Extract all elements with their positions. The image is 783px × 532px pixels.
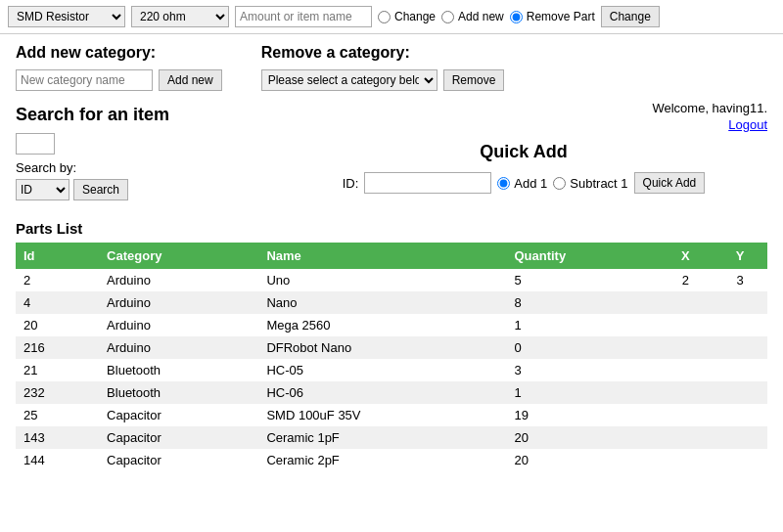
remove-category-title: Remove a category:	[261, 44, 505, 62]
cell-id: 216	[16, 336, 99, 359]
add-new-category-button[interactable]: Add new	[159, 69, 222, 91]
radio-subtract1-label: Subtract 1	[570, 176, 627, 191]
cell-quantity: 8	[506, 291, 658, 314]
parts-list-title: Parts List	[16, 220, 767, 237]
search-text-input[interactable]	[16, 133, 55, 155]
add-category-title: Add new category:	[16, 44, 222, 62]
cell-y	[713, 336, 767, 359]
remove-category-select[interactable]: Please select a category below	[261, 69, 438, 91]
radio-group-subtract1: Subtract 1	[553, 176, 627, 191]
cell-category: Bluetooth	[99, 359, 258, 381]
radio-add-new[interactable]	[441, 11, 454, 23]
cell-name: HC-06	[258, 381, 506, 404]
quick-add-id-input[interactable]	[364, 172, 491, 194]
col-x: X	[659, 243, 714, 269]
table-row: 25 Capacitor SMD 100uF 35V 19	[16, 404, 767, 426]
cell-name: Ceramic 2pF	[258, 449, 506, 471]
search-section: Search for an item Search by: ID Search	[16, 105, 260, 200]
cell-category: Capacitor	[99, 404, 258, 426]
col-name: Name	[258, 243, 506, 269]
id-label: ID:	[343, 176, 359, 191]
remove-category-form: Please select a category below Remove	[261, 69, 505, 91]
radio-subtract1[interactable]	[553, 177, 566, 190]
search-title: Search for an item	[16, 105, 260, 125]
cell-x	[659, 426, 714, 449]
cell-category: Arduino	[99, 269, 258, 291]
search-controls: ID Search	[16, 179, 260, 200]
welcome-text: Welcome, having11.	[652, 101, 767, 115]
cell-x	[659, 404, 714, 426]
cell-category: Bluetooth	[99, 381, 258, 404]
add-category-form: Add new	[16, 69, 222, 91]
logout-link[interactable]: Logout	[728, 117, 767, 132]
cell-id: 25	[16, 404, 99, 426]
search-by-select[interactable]: ID	[16, 179, 69, 200]
radio-change-label: Change	[394, 10, 436, 23]
cell-quantity: 1	[506, 314, 658, 336]
cell-name: Uno	[258, 269, 506, 291]
table-row: 4 Arduino Nano 8	[16, 291, 767, 314]
cell-y	[713, 359, 767, 381]
add-category-section: Add new category: Add new	[16, 44, 222, 91]
cell-y	[713, 314, 767, 336]
left-panel: Search for an item Search by: ID Search	[16, 101, 260, 200]
value-select[interactable]: 220 ohm	[131, 6, 229, 27]
table-row: 143 Capacitor Ceramic 1pF 20	[16, 426, 767, 449]
radio-change[interactable]	[378, 11, 391, 23]
cell-name: SMD 100uF 35V	[258, 404, 506, 426]
cell-y	[713, 449, 767, 471]
radio-group-add-new: Add new	[441, 10, 504, 23]
table-row: 21 Bluetooth HC-05 3	[16, 359, 767, 381]
category-select[interactable]: SMD Resistor	[8, 6, 125, 27]
cell-quantity: 20	[506, 449, 658, 471]
quick-add-button[interactable]: Quick Add	[634, 172, 706, 194]
cell-category: Capacitor	[99, 449, 258, 471]
table-header-row: Id Category Name Quantity X Y	[16, 243, 767, 269]
radio-group-change: Change	[378, 10, 436, 23]
col-y: Y	[713, 243, 767, 269]
main-content: Search for an item Search by: ID Search …	[0, 91, 783, 210]
cell-id: 20	[16, 314, 99, 336]
search-by-label: Search by:	[16, 160, 260, 175]
col-quantity: Quantity	[506, 243, 658, 269]
cell-category: Arduino	[99, 336, 258, 359]
cell-quantity: 0	[506, 336, 658, 359]
cell-x	[659, 291, 714, 314]
cell-category: Arduino	[99, 314, 258, 336]
quick-add-form: ID: Add 1 Subtract 1 Quick Add	[280, 172, 767, 194]
radio-remove-part[interactable]	[510, 11, 523, 23]
cell-name: Ceramic 1pF	[258, 426, 506, 449]
table-row: 232 Bluetooth HC-06 1	[16, 381, 767, 404]
item-input[interactable]	[235, 6, 372, 27]
cell-name: Nano	[258, 291, 506, 314]
quick-add-title: Quick Add	[280, 142, 767, 162]
cell-x: 2	[659, 269, 714, 291]
remove-category-button[interactable]: Remove	[443, 69, 505, 91]
search-button[interactable]: Search	[73, 179, 128, 200]
cell-id: 232	[16, 381, 99, 404]
col-category: Category	[99, 243, 258, 269]
cell-name: HC-05	[258, 359, 506, 381]
parts-table: Id Category Name Quantity X Y 2 Arduino …	[16, 243, 767, 471]
cell-id: 2	[16, 269, 99, 291]
radio-group-remove-part: Remove Part	[510, 10, 595, 23]
cell-category: Arduino	[99, 291, 258, 314]
table-row: 20 Arduino Mega 2560 1	[16, 314, 767, 336]
parts-list-section: Parts List Id Category Name Quantity X Y…	[0, 210, 783, 481]
cell-y: 3	[713, 269, 767, 291]
right-panel: Welcome, having11. Logout Quick Add ID: …	[260, 101, 767, 200]
top-bar: SMD Resistor 220 ohm Change Add new Remo…	[0, 0, 783, 34]
cell-x	[659, 359, 714, 381]
cell-x	[659, 381, 714, 404]
cell-id: 144	[16, 449, 99, 471]
cell-x	[659, 336, 714, 359]
cell-y	[713, 381, 767, 404]
cell-quantity: 20	[506, 426, 658, 449]
radio-add1[interactable]	[497, 177, 510, 190]
change-button[interactable]: Change	[601, 6, 660, 27]
remove-category-section: Remove a category: Please select a categ…	[261, 44, 505, 91]
new-category-input[interactable]	[16, 69, 153, 91]
cell-quantity: 5	[506, 269, 658, 291]
radio-add-new-label: Add new	[458, 10, 504, 23]
cell-category: Capacitor	[99, 426, 258, 449]
